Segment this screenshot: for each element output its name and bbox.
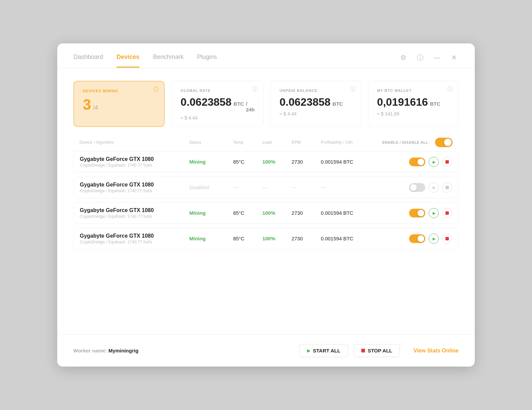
- stop-icon: [445, 211, 449, 215]
- device-rpm: 2730: [292, 159, 321, 165]
- nav-bar: Dashboard Devices Benchmark Plugins ⚙ ⓘ …: [57, 43, 475, 69]
- card-value-devices: 3 /4: [83, 96, 155, 113]
- stop-button[interactable]: [442, 182, 452, 193]
- settings-icon[interactable]: ⚙: [399, 53, 408, 62]
- status-badge: Mining: [189, 159, 205, 165]
- info-icon[interactable]: ⓘ: [153, 86, 159, 93]
- device-name: Gygabyte GeForce GTX 1080: [80, 207, 189, 213]
- wallet-unit: BTC: [430, 101, 440, 107]
- info-icon[interactable]: ⓘ: [447, 86, 453, 93]
- play-icon: ▶: [433, 185, 435, 190]
- stop-button[interactable]: [442, 208, 452, 218]
- toggle-knob: [418, 235, 424, 242]
- device-status: Mining: [189, 159, 233, 165]
- device-temp: 85°C: [233, 159, 262, 165]
- balance-value: 0.0623858: [279, 96, 330, 108]
- rate-unit: BTC: [234, 101, 244, 107]
- stop-all-button[interactable]: STOP ALL: [354, 344, 400, 357]
- device-load: ---: [262, 184, 292, 191]
- table-header: Device / Algorithm Status Temp Load RPM …: [73, 135, 459, 150]
- start-play-icon: ▶: [307, 348, 310, 353]
- enable-disable-label: ENABLE / DISABLE ALL: [382, 140, 428, 144]
- card-label-balance: UNPAID BALANCE: [279, 89, 352, 93]
- tab-dashboard[interactable]: Dashboard: [73, 54, 103, 68]
- play-button[interactable]: ▶: [429, 182, 439, 193]
- balance-sub: ≈ $ 4.44: [279, 111, 352, 116]
- rate-period: / 24h: [246, 101, 255, 112]
- play-button[interactable]: ▶: [429, 208, 439, 218]
- rate-sub: ≈ $ 4.44: [180, 115, 255, 121]
- global-toggle[interactable]: [435, 138, 453, 147]
- footer-buttons: ▶ START ALL STOP ALL View Stats Online: [299, 344, 459, 357]
- device-status: Mining: [189, 210, 233, 216]
- device-toggle[interactable]: [409, 209, 425, 217]
- device-profit: 0.001594 BTC: [321, 210, 379, 216]
- worker-label: Worker name: Myminingrig: [73, 348, 299, 353]
- device-profit: ---: [321, 184, 379, 191]
- stop-button[interactable]: [442, 234, 452, 244]
- card-value-balance: 0.0623858 BTC: [279, 96, 352, 108]
- play-button[interactable]: ▶: [429, 157, 439, 167]
- wallet-sub: ≈ $ 141,69: [377, 111, 450, 116]
- card-devices-mining: ⓘ DEVICES MINING 3 /4: [73, 81, 165, 127]
- window-controls: ⚙ ⓘ — ✕: [399, 53, 459, 68]
- device-table: Device / Algorithm Status Temp Load RPM …: [57, 135, 475, 334]
- info-icon[interactable]: ⓘ: [350, 86, 356, 93]
- table-row: Gygabyte GeForce GTX 1080 CryptoDredge /…: [73, 202, 459, 224]
- device-info: Gygabyte GeForce GTX 1080 CryptoDredge /…: [80, 207, 189, 219]
- device-rpm: 2730: [292, 236, 321, 242]
- nav-tabs: Dashboard Devices Benchmark Plugins: [73, 54, 399, 68]
- global-toggle-knob: [444, 139, 452, 146]
- footer: Worker name: Myminingrig ▶ START ALL STO…: [57, 334, 475, 367]
- play-icon: ▶: [433, 237, 435, 241]
- device-toggle[interactable]: [409, 234, 425, 243]
- close-icon[interactable]: ✕: [449, 53, 459, 62]
- toggle-knob: [418, 210, 424, 216]
- device-temp: 85°C: [233, 210, 262, 216]
- stop-button[interactable]: [442, 157, 452, 167]
- play-icon: ▶: [433, 160, 435, 164]
- device-temp: ---: [233, 184, 262, 191]
- device-rpm: ---: [292, 184, 321, 191]
- card-btc-wallet: ⓘ MY BTC WALLET 0,0191616 BTC ≈ $ 141,69: [368, 81, 459, 127]
- start-all-button[interactable]: ▶ START ALL: [299, 344, 348, 357]
- help-icon[interactable]: ⓘ: [415, 53, 425, 62]
- table-row: Gygabyte GeForce GTX 1080 CryptoDredge /…: [73, 228, 459, 249]
- device-toggle[interactable]: [409, 158, 425, 166]
- header-temp: Temp: [233, 140, 262, 145]
- header-status: Status: [189, 140, 233, 145]
- summary-cards: ⓘ DEVICES MINING 3 /4 ⓘ GLOBAL RATE 0.06…: [57, 69, 475, 135]
- tab-benchmark[interactable]: Benchmark: [153, 54, 184, 68]
- toggle-knob: [410, 184, 417, 191]
- device-profit: 0.001594 BTC: [321, 236, 379, 242]
- device-controls: ▶: [379, 157, 452, 167]
- device-algo: CryptoDredge / Equihash: 1740.77 Sol/s: [80, 214, 189, 219]
- device-temp: 85°C: [233, 236, 262, 242]
- device-profit: 0.001594 BTC: [321, 159, 379, 165]
- info-icon[interactable]: ⓘ: [253, 86, 258, 93]
- rate-value: 0.0623858: [180, 96, 231, 108]
- device-info: Gygabyte GeForce GTX 1080 CryptoDredge /…: [80, 233, 189, 244]
- tab-devices[interactable]: Devices: [117, 54, 139, 68]
- tab-plugins[interactable]: Plugins: [197, 54, 217, 68]
- device-name: Gygabyte GeForce GTX 1080: [80, 233, 189, 239]
- device-load: 100%: [262, 159, 292, 165]
- balance-unit: BTC: [333, 101, 343, 107]
- table-row: Gygabyte GeForce GTX 1080 CryptoDredge /…: [73, 151, 459, 173]
- status-badge: Mining: [189, 210, 205, 216]
- device-load: 100%: [262, 236, 292, 242]
- devices-total: /4: [93, 104, 98, 111]
- device-algo: CryptoDredge / Equihash: 1740.77 Sol/s: [80, 163, 189, 168]
- device-status: Disabled: [189, 184, 233, 191]
- card-value-wallet: 0,0191616 BTC: [377, 96, 450, 108]
- header-device: Device / Algorithm: [79, 140, 189, 145]
- minimize-icon[interactable]: —: [432, 53, 442, 62]
- device-algo: CryptoDredge / Equihash: 1740.77 Sol/s: [80, 189, 189, 193]
- card-label-wallet: MY BTC WALLET: [377, 89, 450, 93]
- view-stats-link[interactable]: View Stats Online: [413, 348, 459, 354]
- stop-icon: [445, 237, 449, 240]
- play-button[interactable]: ▶: [429, 234, 439, 244]
- header-rpm: RPM: [292, 140, 321, 145]
- stop-icon: [445, 186, 449, 189]
- device-toggle[interactable]: [409, 183, 425, 192]
